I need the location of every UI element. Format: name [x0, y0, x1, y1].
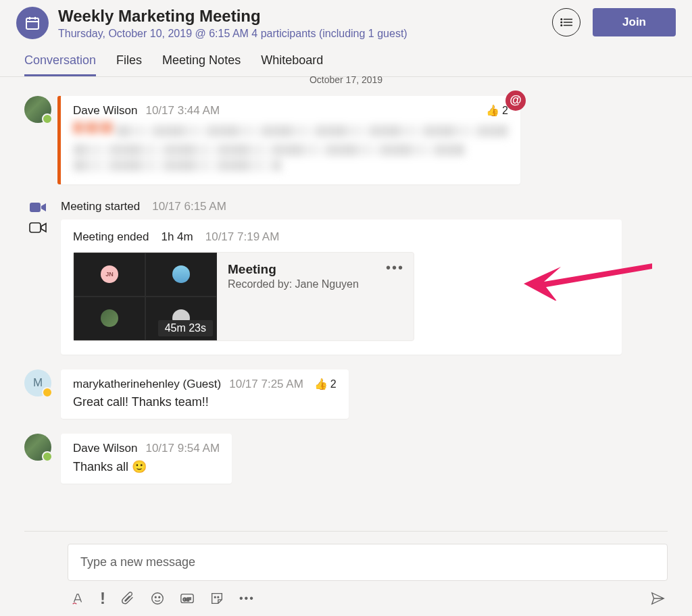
video-icon: [24, 199, 51, 214]
video-outline-icon: [24, 220, 51, 234]
messages-list: @ Dave Wilson 10/17 3:44 AM 👍 2: [0, 88, 692, 484]
svg-rect-10: [30, 203, 41, 212]
attendees-list-button[interactable]: [552, 8, 580, 36]
tab-whiteboard[interactable]: Whiteboard: [261, 48, 323, 76]
participant-tile-icon: [172, 265, 190, 283]
meeting-started-timestamp: 10/17 6:15 AM: [152, 200, 226, 213]
recording-card[interactable]: JN 45m 23s ••• Meeting Recorded by: Jane…: [73, 252, 414, 341]
importance-bar: [57, 96, 61, 184]
reaction[interactable]: 👍 2: [314, 378, 337, 390]
message-author: Dave Wilson: [73, 104, 137, 118]
message-timestamp: 10/17 9:54 AM: [145, 442, 220, 455]
svg-point-18: [218, 596, 219, 598]
svg-point-8: [561, 25, 562, 26]
message-body: Thanks all 🙂: [73, 459, 220, 474]
message-author: marykatherinehenley (Guest): [73, 378, 221, 391]
smile-emoji-icon: 🙂: [132, 460, 147, 473]
recording-author: Recorded by: Jane Nguyen: [228, 278, 403, 290]
recording-more-button[interactable]: •••: [386, 261, 404, 274]
meeting-subtitle: Thursday, October 10, 2019 @ 6:15 AM 4 p…: [58, 28, 552, 40]
participant-tile-icon: [101, 309, 118, 327]
message-card[interactable]: marykatherinehenley (Guest) 10/17 7:25 A…: [61, 369, 349, 419]
participant-tile-icon: JN: [101, 265, 118, 283]
message-author: Dave Wilson: [73, 442, 137, 455]
svg-point-12: [152, 593, 164, 605]
avatar[interactable]: M: [24, 369, 51, 396]
annotation-arrow-icon: [520, 247, 656, 301]
message-card[interactable]: Dave Wilson 10/17 9:54 AM Thanks all 🙂: [61, 434, 232, 484]
mention-badge-icon: @: [505, 91, 526, 111]
avatar[interactable]: [24, 434, 51, 461]
sticker-button[interactable]: [209, 591, 224, 606]
svg-rect-0: [26, 18, 39, 29]
importance-button[interactable]: !: [100, 589, 105, 608]
reaction[interactable]: 👍 2: [486, 104, 508, 117]
meeting-duration: 1h 4m: [161, 230, 193, 244]
svg-point-14: [159, 596, 160, 598]
message-body: Great call! Thanks team!!: [73, 395, 337, 409]
svg-point-17: [214, 596, 216, 598]
svg-point-4: [561, 19, 562, 20]
svg-rect-11: [30, 223, 41, 232]
format-button[interactable]: [70, 591, 85, 606]
date-separator: October 17, 2019: [0, 74, 692, 85]
avatar[interactable]: [24, 96, 51, 123]
join-button[interactable]: Join: [593, 8, 676, 36]
presence-available-icon: [42, 113, 53, 124]
tab-meeting-notes[interactable]: Meeting Notes: [162, 48, 241, 76]
tab-files[interactable]: Files: [116, 48, 142, 76]
meeting-started-label: Meeting started: [61, 200, 140, 213]
reaction-count: 2: [330, 378, 337, 390]
tabs: Conversation Files Meeting Notes Whitebo…: [0, 40, 692, 77]
recording-duration-badge: 45m 23s: [158, 320, 213, 336]
message-card[interactable]: @ Dave Wilson 10/17 3:44 AM 👍 2: [61, 96, 520, 184]
meeting-header: Weekly Marketing Meeting Thursday, Octob…: [0, 0, 692, 40]
svg-point-6: [561, 22, 562, 23]
avatar-initial: M: [33, 376, 43, 390]
svg-point-13: [155, 596, 156, 598]
redacted-content: [73, 122, 508, 172]
thumbs-up-icon: 👍: [486, 104, 499, 117]
composer: Type a new message ! GIF •••: [0, 531, 692, 616]
message-input[interactable]: Type a new message: [68, 544, 668, 581]
meeting-ended-card: Meeting ended 1h 4m 10/17 7:19 AM JN 45m…: [61, 220, 622, 355]
recording-thumbnail: JN 45m 23s: [74, 253, 217, 340]
meeting-title: Weekly Marketing Meeting: [58, 7, 552, 26]
send-button[interactable]: [650, 591, 665, 606]
meeting-ended-timestamp: 10/17 7:19 AM: [205, 230, 280, 244]
presence-away-icon: [42, 387, 53, 398]
calendar-icon: [16, 7, 49, 39]
meeting-ended-label: Meeting ended: [73, 230, 149, 244]
attach-button[interactable]: [120, 591, 135, 606]
tab-conversation[interactable]: Conversation: [24, 48, 96, 76]
recording-title: Meeting: [228, 262, 403, 277]
message-timestamp: 10/17 7:25 AM: [229, 378, 303, 391]
thumbs-up-icon: 👍: [314, 378, 328, 390]
message-timestamp: 10/17 3:44 AM: [145, 104, 220, 118]
more-button[interactable]: •••: [239, 592, 255, 605]
presence-available-icon: [42, 451, 53, 462]
emoji-button[interactable]: [150, 591, 165, 606]
gif-button[interactable]: GIF: [180, 591, 195, 606]
svg-text:GIF: GIF: [183, 596, 192, 602]
